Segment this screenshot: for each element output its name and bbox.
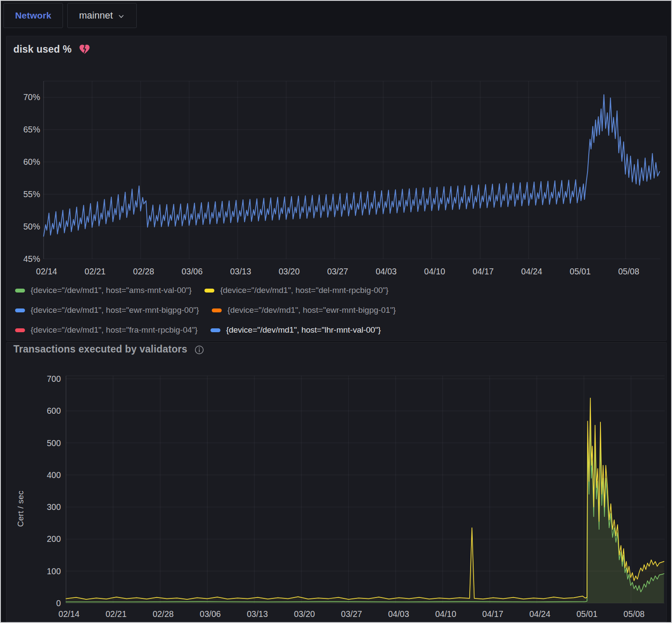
- legend-item[interactable]: {device="/dev/md1", host="ams-mnt-val-00…: [15, 286, 192, 295]
- x-tick-label: 03/13: [230, 267, 251, 276]
- y-tick-label: 65%: [23, 125, 40, 134]
- series-fill-green-series: [66, 417, 664, 603]
- x-tick-label: 04/03: [388, 609, 409, 619]
- x-tick-label: 02/21: [85, 267, 106, 276]
- y-tick-label: 500: [47, 438, 61, 448]
- legend-swatch: [210, 328, 220, 332]
- grid-and-axes: 70%65%60%55%50%45%02/1402/2102/2803/0603…: [23, 81, 660, 276]
- legend-swatch: [15, 289, 25, 293]
- y-tick-label: 60%: [23, 157, 40, 167]
- x-tick-label: 03/27: [341, 609, 362, 619]
- x-tick-label: 03/27: [327, 267, 348, 276]
- y-tick-label: 100: [47, 566, 61, 576]
- x-tick-label: 02/21: [106, 609, 127, 619]
- y-tick-label: 400: [47, 470, 61, 480]
- legend-swatch: [204, 289, 214, 293]
- x-tick-label: 05/01: [570, 267, 591, 276]
- network-variable-dropdown[interactable]: mainnet: [67, 3, 136, 28]
- y-tick-label: 600: [47, 406, 61, 415]
- x-tick-label: 03/06: [200, 609, 221, 619]
- legend-item[interactable]: {device="/dev/md1", host="ewr-mnt-bigpg-…: [15, 305, 199, 315]
- y-tick-label: 50%: [23, 222, 40, 231]
- legend-row: {device="/dev/md1", host="ewr-mnt-bigpg-…: [15, 300, 409, 320]
- x-tick-label: 02/14: [36, 267, 57, 276]
- x-tick-label: 04/17: [473, 267, 494, 276]
- legend-swatch: [212, 308, 222, 312]
- legend-label: {device="/dev/md1", host="ewr-mnt-bigpg-…: [31, 305, 199, 315]
- x-tick-label: 04/24: [529, 609, 550, 619]
- network-variable-label-box: Network: [3, 3, 63, 28]
- transactions-chart[interactable]: 700600500400300200100002/1402/2102/2803/…: [6, 343, 666, 622]
- legend-item[interactable]: {device="/dev/md1", host="fra-mnt-rpcbig…: [15, 325, 198, 335]
- y-tick-label: 200: [47, 534, 61, 544]
- dashboard: Network mainnet disk used % 70%65%60%55%…: [0, 0, 672, 623]
- x-tick-label: 03/13: [247, 609, 268, 619]
- series-line-disk-used: [44, 95, 659, 236]
- x-tick-label: 04/10: [435, 609, 456, 619]
- x-tick-label: 04/03: [376, 267, 397, 276]
- series-fill-yellow-series: [66, 398, 664, 603]
- legend-item[interactable]: {device="/dev/md1", host="lhr-mnt-val-00…: [210, 325, 381, 335]
- series-line-green-series: [66, 417, 664, 602]
- y-tick-label: 45%: [23, 254, 40, 264]
- chart-legend: {device="/dev/md1", host="ams-mnt-val-00…: [15, 280, 409, 340]
- legend-row: {device="/dev/md1", host="ams-mnt-val-00…: [15, 280, 409, 300]
- y-tick-label: 70%: [23, 92, 40, 102]
- x-tick-label: 05/08: [624, 609, 645, 619]
- y-tick-label: 300: [47, 502, 61, 512]
- y-tick-label: 55%: [23, 189, 40, 199]
- network-variable-value[interactable]: mainnet: [79, 10, 113, 21]
- legend-item[interactable]: {device="/dev/md1", host="del-mnt-rpcbig…: [204, 286, 388, 295]
- x-tick-label: 02/28: [153, 609, 174, 619]
- x-tick-label: 05/08: [618, 267, 639, 276]
- y-tick-label: 700: [47, 374, 61, 384]
- y-tick-label: 0: [56, 598, 61, 608]
- network-variable-label: Network: [15, 10, 51, 21]
- legend-label: {device="/dev/md1", host="fra-mnt-rpcbig…: [31, 325, 198, 335]
- grid-and-axes: 700600500400300200100002/1402/2102/2803/…: [47, 374, 665, 619]
- legend-swatch: [15, 308, 25, 312]
- x-tick-label: 03/06: [182, 267, 203, 276]
- legend-row: {device="/dev/md1", host="fra-mnt-rpcbig…: [15, 320, 409, 340]
- legend-item[interactable]: {device="/dev/md1", host="ewr-mnt-bigpg-…: [212, 305, 396, 315]
- x-tick-label: 03/20: [279, 267, 300, 276]
- legend-label: {device="/dev/md1", host="del-mnt-rpcbig…: [220, 286, 388, 295]
- legend-swatch: [15, 328, 25, 332]
- series-line-yellow-series: [66, 398, 664, 600]
- x-tick-label: 04/17: [482, 609, 503, 619]
- x-tick-label: 02/14: [59, 609, 80, 619]
- variable-bar: Network mainnet: [3, 3, 137, 30]
- panel-transactions: Transactions executed by validators Cert…: [6, 342, 667, 622]
- legend-label: {device="/dev/md1", host="lhr-mnt-val-00…: [226, 325, 381, 335]
- x-tick-label: 02/28: [133, 267, 154, 276]
- legend-label: {device="/dev/md1", host="ams-mnt-val-00…: [31, 286, 192, 295]
- chevron-down-icon: [117, 13, 125, 20]
- x-tick-label: 04/10: [424, 267, 445, 276]
- panel-disk-used: disk used % 70%65%60%55%50%45%02/1402/21…: [6, 36, 667, 341]
- legend-label: {device="/dev/md1", host="ewr-mnt-bigpg-…: [227, 305, 396, 315]
- x-tick-label: 04/24: [521, 267, 542, 276]
- x-tick-label: 05/01: [576, 609, 597, 619]
- x-tick-label: 03/20: [294, 609, 315, 619]
